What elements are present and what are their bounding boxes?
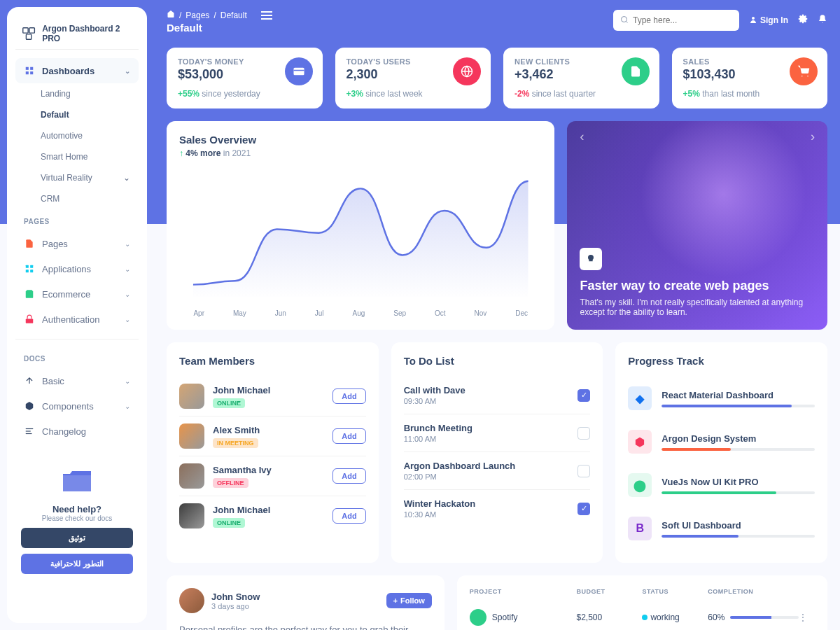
sub-crm[interactable]: CRM — [15, 188, 139, 209]
nav-applications[interactable]: Applications⌄ — [15, 256, 139, 281]
track-item-title: Argon Design System — [662, 433, 815, 444]
promo-card[interactable]: ‹› Faster way to create web pages That's… — [567, 121, 827, 330]
breadcrumb-pages[interactable]: Pages — [186, 10, 209, 20]
avatar — [179, 463, 204, 489]
team-row: John MichaelONLINE Add — [179, 496, 366, 536]
docs-button[interactable]: توثيق — [21, 528, 133, 548]
sub-smarthome[interactable]: Smart Home — [15, 146, 139, 167]
progress-track-card: Progress Track ◆ React Material Dashboar… — [615, 342, 827, 563]
chart-area — [179, 167, 542, 307]
add-button[interactable]: Add — [332, 388, 365, 404]
upgrade-button[interactable]: التطور للاحترافية — [21, 554, 133, 574]
row-menu-icon[interactable]: ⋮ — [799, 612, 815, 622]
todo-row: Argon Dashboard Launch02:00 PM — [404, 451, 591, 489]
checkbox[interactable]: ✓ — [578, 503, 590, 515]
nav-dashboards[interactable]: Dashboards ⌄ — [15, 58, 139, 83]
checkbox[interactable]: ✓ — [578, 389, 590, 402]
todo-item-title: Brunch Meeting — [404, 423, 472, 433]
status-badge: OFFLINE — [213, 478, 248, 488]
search-box[interactable] — [613, 10, 739, 31]
svg-rect-5 — [26, 71, 29, 74]
track-item-title: Soft UI Dashboard — [662, 520, 815, 531]
search-input[interactable] — [633, 15, 738, 25]
nav-authentication[interactable]: Authentication⌄ — [15, 307, 139, 332]
promo-text: That's my skill. I'm not really specific… — [580, 298, 815, 317]
chevron-down-icon: ⌄ — [125, 402, 130, 410]
chevron-down-icon: ⌄ — [125, 377, 130, 385]
member-name: Alex Smith — [213, 425, 260, 435]
nav-changelog[interactable]: Changelog — [15, 419, 139, 444]
track-row: B Soft UI Dashboard — [628, 507, 815, 550]
brand-icon — [21, 25, 36, 42]
nav-basic[interactable]: Basic⌄ — [15, 368, 139, 393]
track-icon: ◆ — [628, 386, 652, 410]
completion-pct: 60% — [708, 612, 724, 622]
help-title: Need help? — [21, 504, 133, 514]
chevron-down-icon: ⌄ — [125, 316, 130, 323]
sub-default[interactable]: Default — [15, 104, 139, 125]
add-button[interactable]: Add — [332, 428, 365, 444]
menu-toggle-icon[interactable] — [261, 11, 272, 20]
section-docs: DOCS — [15, 346, 139, 368]
breadcrumb: / Pages / Default — [167, 10, 247, 20]
add-button[interactable]: Add — [332, 508, 365, 524]
chevron-down-icon: ⌄ — [123, 173, 130, 183]
chevron-down-icon: ⌄ — [125, 265, 130, 273]
nav-pages[interactable]: Pages⌄ — [15, 231, 139, 256]
th-budget: BUDGET — [576, 588, 642, 595]
page-title: Default — [167, 22, 272, 34]
promo-title: Faster way to create web pages — [580, 279, 815, 293]
post-author: John Snow — [211, 592, 260, 602]
nav-label: Dashboards — [42, 66, 94, 76]
svg-line-16 — [626, 21, 627, 22]
todo-item-title: Call with Dave — [404, 385, 465, 396]
chevron-left-icon[interactable]: ‹ — [580, 130, 584, 144]
chevron-right-icon[interactable]: › — [811, 130, 815, 144]
follow-button[interactable]: +Follow — [386, 593, 432, 608]
th-completion: COMPLETION — [708, 588, 798, 595]
svg-point-17 — [752, 17, 755, 20]
folder-icon — [56, 463, 98, 498]
svg-point-15 — [622, 17, 627, 22]
todo-item-time: 02:00 PM — [404, 472, 516, 481]
svg-rect-1 — [29, 28, 34, 33]
chevron-down-icon: ⌄ — [125, 67, 130, 75]
stat-card: TODAY'S MONEY $53,000 +55% since yesterd… — [167, 48, 323, 108]
project-budget: $2,500 — [576, 612, 642, 622]
svg-rect-9 — [26, 270, 29, 272]
sub-automotive[interactable]: Automotive — [15, 125, 139, 146]
svg-point-24 — [807, 76, 808, 77]
sub-vr[interactable]: Virtual Reality⌄ — [15, 167, 139, 188]
gear-icon[interactable] — [798, 14, 808, 27]
todo-card: To Do List Call with Dave09:30 AM ✓ Brun… — [391, 342, 603, 563]
checkbox[interactable] — [578, 465, 590, 477]
checkbox[interactable] — [578, 427, 590, 440]
th-project: PROJECT — [470, 588, 577, 595]
plus-icon: + — [393, 596, 398, 605]
sub-landing[interactable]: Landing — [15, 83, 139, 104]
home-icon[interactable] — [167, 10, 175, 20]
svg-rect-6 — [30, 71, 33, 74]
th-status: STATUS — [642, 588, 708, 595]
track-icon: B — [628, 517, 652, 540]
nav-components[interactable]: Components⌄ — [15, 393, 139, 419]
breadcrumb-current: Default — [220, 10, 247, 20]
nav-ecommerce[interactable]: Ecommerce⌄ — [15, 281, 139, 307]
changelog-icon — [24, 426, 35, 437]
todo-item-time: 11:00 AM — [404, 435, 472, 443]
todo-item-time: 10:30 AM — [404, 510, 475, 519]
stat-change: +3% since last week — [346, 89, 480, 99]
avatar — [179, 424, 204, 449]
status-badge: ONLINE — [213, 398, 245, 408]
bell-icon[interactable] — [818, 14, 827, 27]
project-icon — [470, 609, 486, 626]
stat-icon — [790, 57, 818, 85]
brand[interactable]: Argon Dashboard 2 PRO — [15, 18, 139, 50]
member-name: John Michael — [213, 505, 270, 515]
add-button[interactable]: Add — [332, 468, 365, 484]
signin-link[interactable]: Sign In — [749, 15, 788, 26]
stat-change: +5% than last month — [683, 89, 817, 99]
todo-item-title: Argon Dashboard Launch — [404, 461, 516, 471]
sales-overview-card: Sales Overview ↑ 4% more in 2021 AprMayJ… — [167, 121, 554, 330]
team-row: Alex SmithIN MEETING Add — [179, 416, 366, 456]
